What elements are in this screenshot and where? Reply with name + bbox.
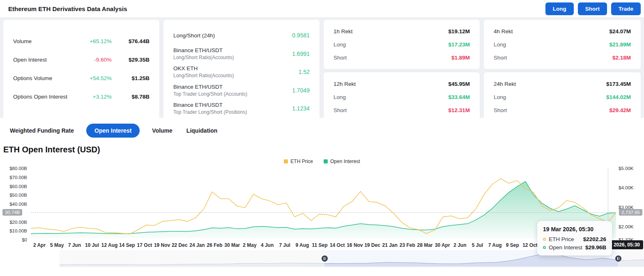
rekt-short-label: Short	[494, 107, 507, 113]
rekt-title: 12h Rekt	[334, 81, 356, 87]
chart-tooltip: 19 Mar 2026, 05:30 ETH Price$2202.26Open…	[537, 221, 612, 255]
x-axis-label: 30 Mar	[224, 242, 240, 248]
header-button-trade[interactable]: Trade	[611, 2, 641, 15]
rekt-long-label: Long	[494, 41, 506, 48]
x-axis-label: 24 Jan	[189, 242, 205, 248]
header-button-long[interactable]: Long	[545, 2, 574, 15]
main-chart-plot[interactable]	[31, 168, 616, 240]
y-axis-label-right: $5.00K	[619, 166, 643, 171]
current-oi-badge: 30.74B	[2, 209, 22, 216]
handle-grip-bar	[619, 257, 620, 260]
ratio-value: 1.1234	[292, 105, 310, 112]
x-axis-label: 7 Jun	[68, 242, 81, 248]
rekt-total: $24.07M	[609, 28, 631, 34]
y-axis-label-left: $10.00B	[0, 228, 27, 233]
tab-volume[interactable]: Volume	[150, 124, 174, 138]
x-axis-label: 5 May	[50, 242, 64, 248]
rekt-short-value: $2.18M	[612, 55, 631, 61]
metric-change: +65.12%	[74, 38, 112, 44]
rekt-row: 4h Rekt$24.07M	[494, 25, 631, 38]
tooltip-row: Open Interest$29.96B	[543, 244, 606, 251]
y-axis-label-left: $60.00B	[0, 184, 27, 189]
rekt-card: 12h Rekt$45.95MLong$33.64MShort$12.31M	[324, 72, 480, 122]
chart-section-title: ETH Open Interest (USD)	[0, 141, 644, 155]
rekt-row: Short$2.18M	[494, 51, 631, 64]
ratio-label: Long/Short (24h)	[173, 32, 292, 39]
handle-grip-bar	[617, 257, 618, 260]
y-axis-label-left: $0	[0, 237, 27, 242]
ratio-label: OKX ETH	[173, 65, 299, 71]
legend-item[interactable]: Open Interest	[324, 159, 360, 164]
overview-row: Options Volume+54.52%$1.25B	[13, 69, 150, 87]
rekt-column-right: 4h Rekt$24.07MLong$21.89MShort$2.18M24h …	[484, 20, 641, 122]
rekt-row: Long$17.23M	[334, 38, 470, 51]
tooltip-series-value: $29.96B	[585, 244, 606, 251]
rekt-short-label: Short	[494, 55, 507, 61]
tab-liquidation[interactable]: Liquidation	[185, 124, 219, 138]
ratio-row: Binance ETH/USDTLong/Short Ratio(Account…	[173, 45, 310, 63]
x-axis-label: 26 Feb	[207, 242, 223, 248]
ratio-label: Binance ETH/USDT	[173, 84, 292, 90]
ratio-value: 0.9581	[292, 32, 310, 39]
tab-weighted-funding-rate[interactable]: Weighted Funding Rate	[8, 124, 76, 138]
rekt-row: 24h Rekt$173.45M	[494, 77, 631, 90]
y-axis-label-left: $20.00B	[0, 220, 27, 225]
ratio-row: Binance ETH/USDTTop Trader Long/Short (A…	[173, 81, 310, 100]
handle-grip-bar	[324, 257, 324, 260]
x-axis-label: 5 Jul	[472, 242, 483, 248]
navigator-handle-left[interactable]	[322, 255, 328, 262]
legend-item[interactable]: ETH Price	[284, 159, 313, 164]
rekt-card: 1h Rekt$19.12MLong$17.23MShort$1.89M	[324, 20, 480, 69]
y-axis-label-left: $50.00B	[0, 193, 27, 198]
tooltip-series-dot	[543, 246, 546, 249]
rekt-row: 1h Rekt$19.12M	[334, 25, 470, 38]
navigator-handle-right[interactable]	[615, 255, 621, 262]
x-axis-label: 9 Aug	[295, 242, 309, 248]
metric-change: +3.12%	[74, 94, 112, 100]
overview-row: Open Interest-9.60%$29.35B	[13, 51, 150, 69]
metric-change: -9.60%	[74, 57, 112, 63]
ratio-value: 1.7049	[292, 87, 310, 94]
x-axis-label: 10 Jul	[85, 242, 99, 248]
x-axis-label: 19 Dec	[364, 242, 380, 248]
header-button-short[interactable]: Short	[578, 2, 607, 15]
ratio-sublabel: Long/Short Ratio(Accounts)	[173, 55, 292, 60]
tooltip-series-value: $2202.26	[583, 236, 606, 242]
ratio-row: OKX ETHLong/Short Ratio(Accounts)1.52	[173, 63, 310, 81]
x-axis-label: 17 Oct	[137, 242, 152, 248]
overview-card: Volume+65.12%$76.44BOpen Interest-9.60%$…	[3, 20, 159, 122]
rekt-short-value: $1.89M	[451, 55, 470, 61]
x-axis-label: 22 Dec	[172, 242, 188, 248]
overview-row: Options Open Interest+3.12%$8.78B	[13, 87, 150, 106]
ratio-row: Binance ETH/USDTTop Trader Long/Short (P…	[173, 99, 310, 118]
x-axis-label: 9 Sep	[506, 242, 519, 248]
ratio-row: Long/Short (24h)0.9581	[173, 26, 310, 45]
metric-value: $8.78B	[112, 94, 150, 100]
rekt-row: Short$1.89M	[334, 51, 470, 64]
metric-change: +54.52%	[74, 75, 112, 81]
y-axis-label-left: $80.00B	[0, 166, 27, 171]
ratio-label: Binance ETH/USDT	[173, 102, 292, 108]
tab-open-interest[interactable]: Open Interest	[86, 124, 140, 138]
legend-label: Open Interest	[330, 159, 360, 164]
chart-canvas	[31, 168, 616, 240]
rekt-long-label: Long	[334, 41, 346, 48]
rekt-column-left: 1h Rekt$19.12MLong$17.23MShort$1.89M12h …	[324, 20, 480, 122]
tooltip-series-label: Open Interest	[549, 244, 582, 251]
rekt-row: Long$33.64M	[334, 90, 470, 104]
legend-swatch	[324, 159, 328, 163]
rekt-row: 12h Rekt$45.95M	[334, 77, 470, 90]
chart-legend: ETH PriceOpen Interest	[0, 155, 644, 165]
x-axis-label: 28 Mar	[417, 242, 433, 248]
legend-label: ETH Price	[290, 159, 313, 164]
legend-swatch	[284, 159, 288, 163]
rekt-card: 4h Rekt$24.07MLong$21.89MShort$2.18M	[484, 20, 641, 69]
ratio-value: 1.6991	[292, 51, 310, 57]
x-axis-label: 21 Jan	[382, 242, 398, 248]
longshort-ratio-card: Long/Short (24h)0.9581Binance ETH/USDTLo…	[163, 20, 320, 122]
handle-grip-bar	[325, 257, 326, 260]
rekt-total: $173.45M	[606, 81, 631, 87]
rekt-long-value: $17.23M	[448, 41, 470, 48]
x-axis-label: 2 Jun	[453, 242, 466, 248]
x-axis-label: 12 Aug	[101, 242, 118, 248]
